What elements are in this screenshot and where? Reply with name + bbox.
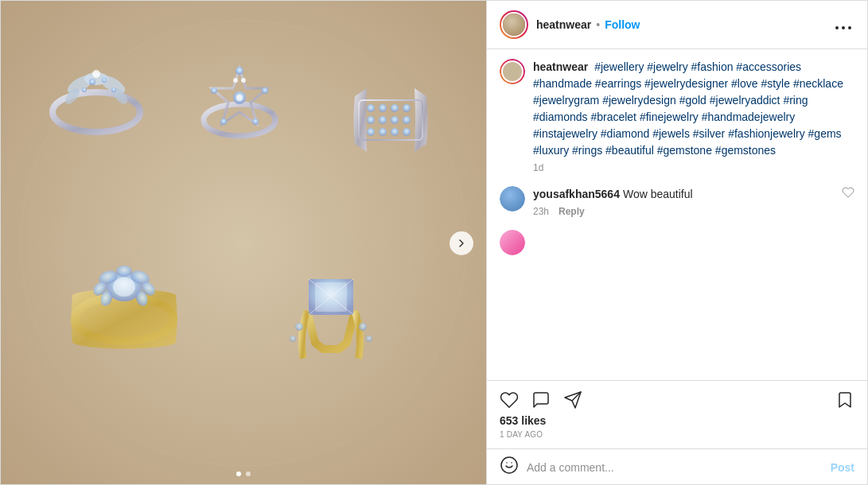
comment-item-0: yousafkhan5664Wow beautiful 23h Reply bbox=[500, 186, 854, 217]
post-time: 1 day ago bbox=[500, 429, 854, 445]
svg-point-35 bbox=[391, 128, 399, 136]
comment-0-like-button[interactable] bbox=[842, 186, 854, 217]
svg-point-31 bbox=[391, 116, 399, 124]
comment-button[interactable] bbox=[531, 390, 551, 409]
svg-point-10 bbox=[82, 87, 87, 92]
dot-separator: • bbox=[596, 18, 600, 31]
svg-point-56 bbox=[366, 336, 372, 342]
post-image-panel bbox=[1, 1, 486, 485]
svg-point-58 bbox=[835, 26, 839, 29]
post-username[interactable]: heatnwear bbox=[536, 18, 591, 31]
comment-0-avatar-image bbox=[500, 186, 525, 211]
like-button[interactable] bbox=[500, 390, 519, 409]
avatar-image bbox=[503, 14, 525, 36]
caption-item: heatnwear #jewellery #jewelry #fashion #… bbox=[500, 59, 854, 173]
svg-point-29 bbox=[367, 116, 375, 124]
profile-avatar bbox=[501, 12, 527, 37]
bookmark-button[interactable] bbox=[835, 390, 854, 409]
comment-1-avatar bbox=[500, 230, 525, 255]
svg-point-60 bbox=[848, 26, 851, 29]
svg-point-22 bbox=[241, 78, 246, 83]
likes-count: 653 likes bbox=[500, 413, 854, 429]
svg-point-17 bbox=[211, 87, 217, 94]
comment-1-avatar-image bbox=[500, 230, 525, 255]
svg-point-15 bbox=[235, 67, 243, 75]
svg-point-55 bbox=[290, 336, 296, 342]
caption-hashtags: #jewellery #jewelry #fashion #accessorie… bbox=[533, 60, 843, 157]
post-header: heatnwear • Follow bbox=[487, 1, 867, 49]
more-options-button[interactable] bbox=[832, 17, 854, 33]
svg-point-25 bbox=[367, 104, 375, 112]
comment-0-time: 23h bbox=[533, 206, 549, 217]
caption-avatar-image bbox=[501, 60, 524, 83]
svg-point-30 bbox=[379, 116, 387, 124]
svg-point-18 bbox=[252, 118, 259, 125]
action-icons bbox=[500, 387, 854, 413]
caption-text: heatnwear #jewellery #jewelry #fashion #… bbox=[533, 59, 854, 159]
emoji-button[interactable] bbox=[500, 456, 519, 479]
caption-username[interactable]: heatnwear bbox=[533, 60, 588, 73]
svg-rect-1 bbox=[1, 1, 486, 485]
comment-0-reply-button[interactable]: Reply bbox=[559, 206, 585, 217]
instagram-post: heatnwear • Follow bbox=[0, 0, 868, 485]
svg-point-9 bbox=[102, 78, 107, 83]
comment-0-text: yousafkhan5664Wow beautiful bbox=[533, 186, 834, 203]
svg-point-21 bbox=[236, 95, 243, 101]
svg-point-11 bbox=[111, 87, 116, 92]
actions-bar: 653 likes 1 day ago bbox=[487, 380, 867, 448]
post-comment-button[interactable]: Post bbox=[831, 461, 854, 474]
svg-point-33 bbox=[367, 128, 375, 136]
caption-avatar-gradient bbox=[500, 59, 525, 84]
share-button[interactable] bbox=[563, 390, 582, 409]
svg-point-23 bbox=[233, 78, 238, 83]
comment-input[interactable] bbox=[527, 461, 823, 474]
caption-content: heatnwear #jewellery #jewelry #fashion #… bbox=[533, 59, 854, 173]
carousel-dot-2[interactable] bbox=[246, 471, 251, 476]
svg-point-19 bbox=[220, 118, 227, 125]
svg-point-32 bbox=[403, 116, 411, 124]
caption-time: 1d bbox=[533, 162, 543, 173]
svg-point-63 bbox=[501, 457, 517, 473]
profile-avatar-ring bbox=[500, 10, 528, 39]
carousel-dot-1[interactable] bbox=[236, 471, 241, 476]
caption-meta: 1d bbox=[533, 162, 854, 173]
comment-0-content: yousafkhan5664Wow beautiful 23h Reply bbox=[533, 186, 834, 217]
svg-point-36 bbox=[403, 128, 411, 136]
carousel-next-button[interactable] bbox=[450, 231, 473, 255]
post-image bbox=[1, 1, 486, 485]
svg-point-59 bbox=[842, 26, 845, 29]
svg-point-27 bbox=[391, 104, 399, 112]
svg-point-53 bbox=[295, 323, 303, 331]
svg-point-28 bbox=[403, 104, 411, 112]
svg-point-26 bbox=[379, 104, 387, 112]
add-comment-area: Post bbox=[487, 448, 867, 485]
caption-avatar bbox=[500, 59, 525, 84]
comment-item-1 bbox=[500, 230, 854, 255]
comment-0-meta: 23h Reply bbox=[533, 206, 834, 217]
comments-area: heatnwear #jewellery #jewelry #fashion #… bbox=[487, 49, 867, 380]
follow-button[interactable]: Follow bbox=[605, 18, 640, 31]
svg-point-46 bbox=[116, 266, 132, 277]
svg-point-39 bbox=[113, 277, 135, 297]
comment-0-username[interactable]: yousafkhan5664 bbox=[533, 188, 620, 200]
info-panel: heatnwear • Follow bbox=[486, 1, 867, 485]
svg-point-54 bbox=[359, 323, 367, 331]
svg-point-34 bbox=[379, 128, 387, 136]
carousel-dots bbox=[236, 471, 251, 476]
username-area: heatnwear • Follow bbox=[536, 18, 824, 31]
comment-0-avatar bbox=[500, 186, 525, 211]
svg-point-16 bbox=[262, 87, 268, 94]
